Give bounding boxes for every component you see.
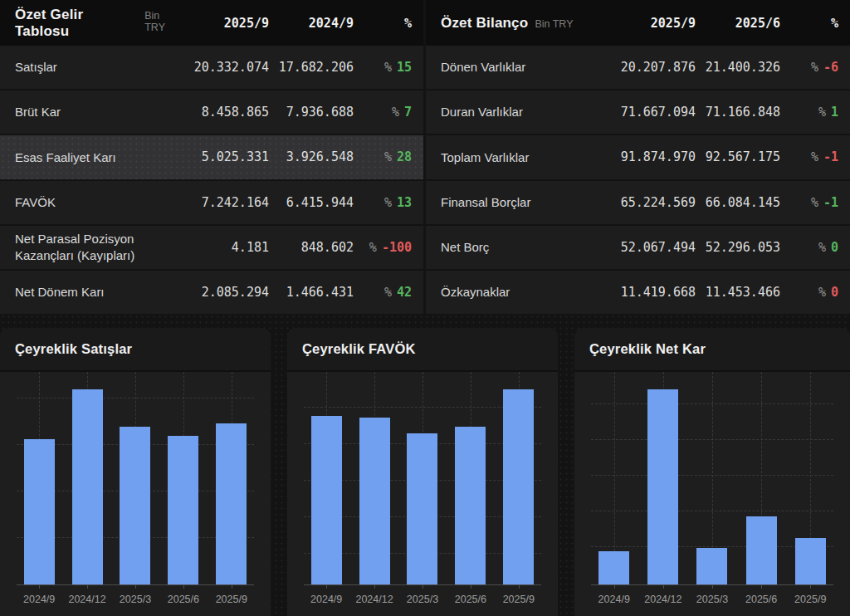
- row-label: FAVÖK: [15, 194, 182, 211]
- quarterly-ebitda-x-axis: 2024/92024/122025/32025/62025/9: [304, 585, 541, 613]
- chart-bar-2025-9[interactable]: [795, 538, 826, 584]
- bar-slot: [113, 372, 158, 584]
- balance-table-header: Özet Bilanço Bin TRY 2025/9 2025/6 %: [426, 0, 850, 46]
- value-previous-period: 71.166.848: [696, 105, 780, 120]
- percent-value: -1: [823, 195, 838, 210]
- chart-bar-2024-12[interactable]: [72, 389, 103, 584]
- bar-slot: [640, 372, 686, 584]
- percent-icon: %: [818, 105, 826, 120]
- chart-bar-2025-6[interactable]: [168, 436, 198, 584]
- chart-bar-2025-9[interactable]: [503, 389, 534, 584]
- value-previous-period: 92.567.175: [696, 149, 780, 164]
- percent-change: %15: [354, 60, 412, 75]
- chart-bar-2024-12[interactable]: [359, 418, 390, 584]
- x-axis-label: 2025/9: [788, 594, 833, 605]
- quarterly-sales-chart-body: 2024/92024/122025/32025/62025/9: [0, 372, 271, 616]
- bar-slot: [65, 372, 110, 584]
- quarterly-ebitda-chart-card: Çeyreklik FAVÖK 2024/92024/122025/32025/…: [287, 328, 558, 616]
- value-previous-period: 21.400.326: [696, 60, 780, 75]
- percent-change: %0: [780, 240, 838, 255]
- income-row[interactable]: Brüt Kar8.458.8657.936.688%7: [0, 89, 423, 134]
- balance-row[interactable]: Duran Varlıklar71.667.09471.166.848%1: [426, 89, 850, 134]
- income-row[interactable]: FAVÖK7.242.1646.415.944%13: [0, 179, 423, 224]
- bar-slot: [738, 372, 784, 584]
- percent-change: %-1: [780, 149, 838, 164]
- x-axis-label: 2024/9: [17, 594, 61, 605]
- balance-table-title: Özet Bilanço: [441, 15, 528, 32]
- value-current-period: 7.242.164: [182, 195, 269, 210]
- income-col-2024-9: 2024/9: [269, 16, 354, 31]
- quarterly-sales-chart-header: Çeyreklik Satışlar: [0, 328, 271, 372]
- row-label: Finansal Borçlar: [441, 194, 608, 211]
- chart-bar-2025-6[interactable]: [455, 427, 486, 584]
- income-table-title: Özet Gelir Tablosu: [15, 7, 138, 40]
- percent-value: 1: [831, 105, 838, 120]
- row-label: Özkaynaklar: [441, 284, 608, 301]
- income-col-percent: %: [354, 16, 412, 31]
- chart-bar-2024-9[interactable]: [24, 439, 55, 584]
- x-axis-label: 2025/6: [738, 594, 784, 605]
- row-label: Net Parasal Pozisyon Kazançları (Kayıpla…: [15, 231, 182, 264]
- value-current-period: 5.025.331: [182, 149, 269, 164]
- x-axis-label: 2025/3: [400, 594, 445, 605]
- value-current-period: 52.067.494: [608, 240, 696, 255]
- row-label: Duran Varlıklar: [441, 104, 608, 120]
- percent-value: 0: [831, 240, 838, 255]
- quarterly-netprofit-x-axis: 2024/92024/122025/32025/62025/9: [591, 585, 833, 613]
- x-axis-label: 2025/9: [496, 594, 541, 605]
- x-axis-label: 2024/9: [591, 594, 637, 605]
- percent-change: %-1: [780, 195, 838, 210]
- chart-bar-2024-9[interactable]: [311, 416, 342, 584]
- value-current-period: 11.419.668: [608, 285, 696, 300]
- value-current-period: 4.181: [182, 240, 269, 255]
- income-row[interactable]: Net Dönem Karı2.085.2941.466.431%42: [0, 269, 423, 314]
- chart-bar-2024-12[interactable]: [647, 389, 678, 584]
- bar-slot: [304, 372, 349, 584]
- x-axis-label: 2025/6: [448, 594, 493, 605]
- value-previous-period: 11.453.466: [696, 285, 780, 300]
- income-row[interactable]: Net Parasal Pozisyon Kazançları (Kayıpla…: [0, 224, 423, 269]
- balance-row[interactable]: Dönen Varlıklar20.207.87621.400.326%-6: [426, 46, 850, 89]
- quarterly-netprofit-chart-card: Çeyreklik Net Kar 2024/92024/122025/3202…: [574, 328, 850, 616]
- percent-icon: %: [392, 105, 399, 120]
- balance-row[interactable]: Finansal Borçlar65.224.56966.084.145%-1: [426, 179, 850, 224]
- quarterly-netprofit-plot: [591, 372, 833, 585]
- percent-change: %1: [780, 105, 838, 120]
- value-current-period: 8.458.865: [182, 105, 269, 120]
- quarterly-sales-x-axis: 2024/92024/122025/32025/62025/9: [17, 585, 254, 613]
- bar-slot: [448, 372, 493, 584]
- percent-change: %42: [354, 285, 412, 300]
- income-row[interactable]: Satışlar20.332.07417.682.206%15: [0, 46, 423, 89]
- bar-slot: [400, 372, 445, 584]
- quarterly-sales-plot: [17, 372, 254, 585]
- chart-bar-2025-3[interactable]: [696, 548, 727, 584]
- balance-col-percent: %: [780, 16, 838, 31]
- chart-bar-2024-9[interactable]: [598, 551, 629, 584]
- percent-value: 15: [397, 60, 412, 75]
- chart-bar-2025-3[interactable]: [120, 427, 150, 584]
- percent-change: %28: [354, 149, 412, 164]
- chart-bar-2025-9[interactable]: [216, 423, 247, 584]
- income-col-2025-9: 2025/9: [182, 16, 269, 31]
- chart-bar-2025-3[interactable]: [407, 433, 437, 584]
- quarterly-sales-chart-card: Çeyreklik Satışlar 2024/92024/122025/320…: [0, 328, 271, 616]
- quarterly-ebitda-chart-title: Çeyreklik FAVÖK: [302, 341, 416, 357]
- balance-row[interactable]: Özkaynaklar11.419.66811.453.466%0: [426, 269, 850, 314]
- value-current-period: 71.667.094: [608, 105, 696, 120]
- value-current-period: 2.085.294: [182, 285, 269, 300]
- x-axis-label: 2024/12: [640, 594, 686, 605]
- bar-slot: [17, 372, 61, 584]
- row-label: Toplam Varlıklar: [441, 149, 608, 166]
- row-label: Esas Faaliyet Karı: [15, 149, 182, 166]
- chart-bar-2025-6[interactable]: [746, 516, 777, 584]
- income-row[interactable]: Esas Faaliyet Karı5.025.3313.926.548%28: [0, 134, 423, 178]
- x-axis-label: 2025/9: [209, 594, 254, 605]
- bar-slot: [689, 372, 735, 584]
- balance-table-unit: Bin TRY: [535, 18, 573, 30]
- balance-row[interactable]: Toplam Varlıklar91.874.97092.567.175%-1: [426, 134, 850, 178]
- bar-slot: [352, 372, 397, 584]
- quarterly-netprofit-chart-body: 2024/92024/122025/32025/62025/9: [574, 372, 850, 616]
- income-statement-table: Özet Gelir Tablosu Bin TRY 2025/9 2024/9…: [0, 0, 423, 314]
- percent-icon: %: [818, 240, 826, 255]
- balance-row[interactable]: Net Borç52.067.49452.296.053%0: [426, 224, 850, 269]
